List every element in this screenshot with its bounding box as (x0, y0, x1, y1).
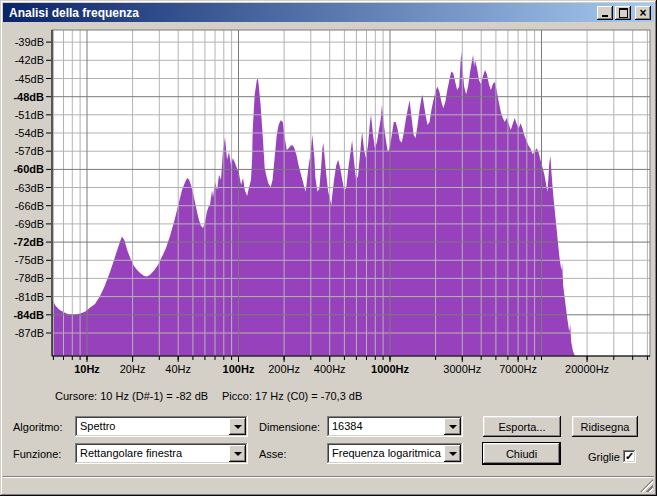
svg-text:-87dB: -87dB (15, 327, 44, 339)
grids-checkbox[interactable]: ✓ (623, 450, 636, 463)
function-label: Funzione: (13, 448, 61, 460)
check-icon: ✓ (625, 451, 634, 462)
algorithm-value: Spettro (80, 420, 115, 432)
svg-text:100Hz: 100Hz (223, 363, 255, 375)
svg-text:-57dB: -57dB (15, 145, 44, 157)
close-icon: × (639, 7, 646, 19)
svg-text:-45dB: -45dB (15, 73, 44, 85)
maximize-icon (619, 8, 628, 18)
svg-text:3000Hz: 3000Hz (443, 363, 481, 375)
export-button[interactable]: Esporta... (483, 416, 561, 437)
svg-text:7000Hz: 7000Hz (499, 363, 537, 375)
size-label: Dimensione: (259, 421, 320, 433)
svg-text:-48dB: -48dB (13, 91, 44, 103)
svg-text:20000Hz: 20000Hz (565, 363, 609, 375)
chevron-down-icon[interactable] (444, 445, 461, 462)
svg-text:-42dB: -42dB (15, 54, 44, 66)
spectrum-chart[interactable]: -39dB-42dB-45dB-48dB-51dB-54dB-57dB-60dB… (0, 26, 657, 388)
svg-text:-60dB: -60dB (13, 163, 44, 175)
svg-text:-69dB: -69dB (15, 218, 44, 230)
size-value: 16384 (332, 420, 363, 432)
titlebar[interactable]: Analisi della frequenza × (3, 3, 654, 22)
svg-text:400Hz: 400Hz (314, 363, 346, 375)
svg-text:-75dB: -75dB (15, 254, 44, 266)
minimize-icon (602, 15, 608, 17)
svg-text:200Hz: 200Hz (268, 363, 300, 375)
maximize-button[interactable] (615, 6, 631, 20)
svg-text:-63dB: -63dB (15, 182, 44, 194)
axis-label: Asse: (259, 448, 287, 460)
frequency-analysis-dialog: Analisi della frequenza × -39dB-42dB-45d… (0, 0, 657, 496)
algorithm-label: Algoritmo: (13, 421, 63, 433)
minimize-button[interactable] (597, 6, 613, 20)
svg-text:-51dB: -51dB (15, 109, 44, 121)
axis-value: Frequenza logaritmica (332, 447, 441, 459)
svg-text:-54dB: -54dB (15, 127, 44, 139)
chevron-down-icon[interactable] (444, 418, 461, 435)
y-axis: -39dB-42dB-45dB-48dB-51dB-54dB-57dB-60dB… (13, 36, 51, 339)
svg-text:-84dB: -84dB (13, 309, 44, 321)
svg-text:20Hz: 20Hz (120, 363, 146, 375)
chevron-down-icon[interactable] (229, 445, 246, 462)
close-button[interactable]: × (635, 6, 651, 20)
algorithm-select[interactable]: Spettro (75, 416, 248, 437)
function-value: Rettangolare finestra (80, 447, 182, 459)
svg-text:1000Hz: 1000Hz (371, 363, 409, 375)
x-axis: 10Hz20Hz40Hz100Hz200Hz400Hz1000Hz3000Hz7… (53, 356, 647, 375)
axis-select[interactable]: Frequenza logaritmica (327, 443, 463, 464)
status-bar (3, 476, 654, 493)
svg-text:10Hz: 10Hz (74, 363, 100, 375)
chevron-down-icon[interactable] (229, 418, 246, 435)
cursor-readout: Cursore: 10 Hz (D#-1) = -82 dB (55, 390, 208, 402)
redraw-button[interactable]: Ridisegna (572, 416, 638, 437)
function-select[interactable]: Rettangolare finestra (75, 443, 248, 464)
svg-text:-39dB: -39dB (15, 36, 44, 48)
svg-text:-81dB: -81dB (15, 291, 44, 303)
window-title: Analisi della frequenza (9, 6, 595, 20)
spectrum-plot-svg: -39dB-42dB-45dB-48dB-51dB-54dB-57dB-60dB… (0, 26, 657, 388)
svg-text:40Hz: 40Hz (165, 363, 191, 375)
size-select[interactable]: 16384 (327, 416, 463, 437)
close-dialog-button[interactable]: Chiudi (482, 442, 561, 465)
svg-text:-66dB: -66dB (15, 200, 44, 212)
svg-text:-78dB: -78dB (15, 272, 44, 284)
svg-text:-72dB: -72dB (13, 236, 44, 248)
peak-readout: Picco: 17 Hz (C0) = -70,3 dB (222, 390, 362, 402)
resize-grip-icon[interactable] (640, 479, 653, 492)
grids-label: Griglie (588, 451, 620, 463)
